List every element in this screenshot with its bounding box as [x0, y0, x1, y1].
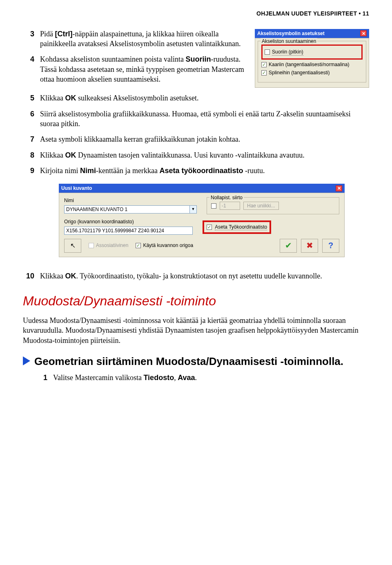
- step-text: Klikkaa OK. Työkoordinaatisto, työkalu- …: [40, 271, 369, 281]
- kaariin-label: Kaariin (tangentiaalisesti/normaalina): [269, 61, 349, 68]
- close-icon[interactable]: ✕: [360, 30, 367, 36]
- hae-uniikki-button: Hae uniikki...: [243, 202, 279, 210]
- highlighted-option: Suoriin (pitkin): [261, 44, 363, 60]
- step-text: Valitse Mastercamin valikosta Tiedosto, …: [53, 373, 369, 383]
- step-4-number: 4: [23, 54, 34, 84]
- dialog1-title-text: Akselistosymbolin asetukset: [257, 30, 325, 37]
- step-4: 4 Kohdassa akseliston suuntaaminen poist…: [23, 54, 246, 84]
- splineihin-label: Splineihin (tangentiaalisesti): [269, 69, 330, 76]
- assosiatiivinen-checkbox: [89, 243, 94, 248]
- dialog1-titlebar[interactable]: Akselistosymbolin asetukset ✕: [255, 29, 369, 38]
- step-number: 8: [23, 150, 34, 160]
- step-text: Siirrä akselistosymbolia grafiikkaikkuna…: [40, 109, 369, 129]
- step-number: 5: [23, 93, 34, 103]
- kaariin-checkbox[interactable]: [261, 62, 267, 67]
- nollapist-fieldset: Nollapist. siirto Hae uniikki...: [207, 197, 339, 214]
- cancel-button[interactable]: ✖: [301, 239, 318, 253]
- suoriin-checkbox[interactable]: [265, 49, 270, 55]
- step-number: 9: [23, 166, 34, 176]
- nollapist-legend: Nollapist. siirto: [209, 194, 244, 201]
- triangle-bullet-icon: [23, 356, 30, 365]
- axis-symbol-settings-dialog: Akselistosymbolin asetukset ✕ Akseliston…: [255, 29, 369, 88]
- step-3-number: 3: [23, 29, 34, 49]
- section-paragraph: Uudessa Muodosta/Dynaamisesti -toiminnos…: [23, 316, 369, 345]
- step-row: 5Klikkaa OK sulkeaksesi Akselistosymboli…: [23, 93, 369, 103]
- nollapist-value: [220, 202, 240, 210]
- origo-label: Origo (kuvannon koordinaatisto): [64, 218, 193, 225]
- fieldset-legend: Akseliston suuntaaminen: [261, 38, 317, 44]
- origo-input[interactable]: [64, 227, 193, 235]
- step-text: Aseta symboli klikkaamalla kerran grafii…: [40, 134, 369, 144]
- subsection-title: Geometrian siirtäminen Muodosta/Dynaamis…: [34, 354, 343, 369]
- ok-button[interactable]: ✔: [280, 239, 297, 253]
- step-number: 1: [36, 373, 47, 383]
- kayta-origoa-checkbox[interactable]: [136, 243, 141, 248]
- step-row: 6Siirrä akselistosymbolia grafiikkaikkun…: [23, 109, 369, 129]
- step-row: 7Aseta symboli klikkaamalla kerran grafi…: [23, 134, 369, 144]
- highlighted-aseta-option: Aseta Työkoordinaatisto: [203, 220, 271, 234]
- kayta-origoa-label: Käytä kuvannon origoa: [143, 242, 193, 249]
- uusi-kuvanto-dialog: Uusi kuvanto ✕ Nimi ▼ Nollapist. siirto …: [59, 184, 345, 257]
- step-4-text: Kohdassa akseliston suuntaaminen poista …: [40, 54, 246, 84]
- section-title: Muodosta/Dynaamisesti -toiminto: [23, 292, 369, 310]
- step-row: 10Klikkaa OK. Työkoordinaatisto, työkalu…: [23, 271, 369, 281]
- help-button[interactable]: ?: [322, 239, 339, 253]
- step-number: 7: [23, 134, 34, 144]
- step-3-text: Pidä [Ctrl]-näppäin alaspainettuna, ja k…: [40, 29, 246, 49]
- splineihin-checkbox[interactable]: [261, 70, 267, 76]
- step-text: Klikkaa OK sulkeaksesi Akselistosymbolin…: [40, 93, 369, 103]
- aseta-checkbox[interactable]: [207, 225, 212, 230]
- step-number: 6: [23, 109, 34, 129]
- step-text: Kirjoita nimi Nimi-kenttään ja merkkaa A…: [40, 166, 369, 176]
- axis-orientation-fieldset: Akseliston suuntaaminen Suoriin (pitkin)…: [258, 41, 366, 82]
- close-icon[interactable]: ✕: [336, 185, 342, 191]
- nimi-input[interactable]: [64, 205, 190, 214]
- cursor-arrow-icon[interactable]: ↖: [64, 239, 81, 253]
- chevron-down-icon[interactable]: ▼: [190, 205, 197, 214]
- dialog2-title-text: Uusi kuvanto: [61, 185, 92, 191]
- dialog2-titlebar[interactable]: Uusi kuvanto ✕: [59, 184, 345, 193]
- step-text: Klikkaa OK Dynaamisten tasojen valintaik…: [40, 150, 369, 160]
- step-row: 8Klikkaa OK Dynaamisten tasojen valintai…: [23, 150, 369, 160]
- nollapist-checkbox[interactable]: [211, 203, 216, 209]
- assosiatiivinen-label: Assosiatiivinen: [96, 242, 128, 249]
- nimi-label: Nimi: [64, 197, 197, 204]
- step-3: 3 Pidä [Ctrl]-näppäin alaspainettuna, ja…: [23, 29, 246, 49]
- aseta-label: Aseta Työkoordinaatisto: [215, 224, 267, 230]
- step-number: 10: [23, 271, 34, 281]
- step-row: 9Kirjoita nimi Nimi-kenttään ja merkkaa …: [23, 166, 369, 176]
- suoriin-label: Suoriin (pitkin): [272, 49, 303, 56]
- page-header: OHJELMAN UUDET YLEISPIIRTEET • 11: [23, 10, 369, 18]
- step-row: 1Valitse Mastercamin valikosta Tiedosto,…: [36, 373, 369, 383]
